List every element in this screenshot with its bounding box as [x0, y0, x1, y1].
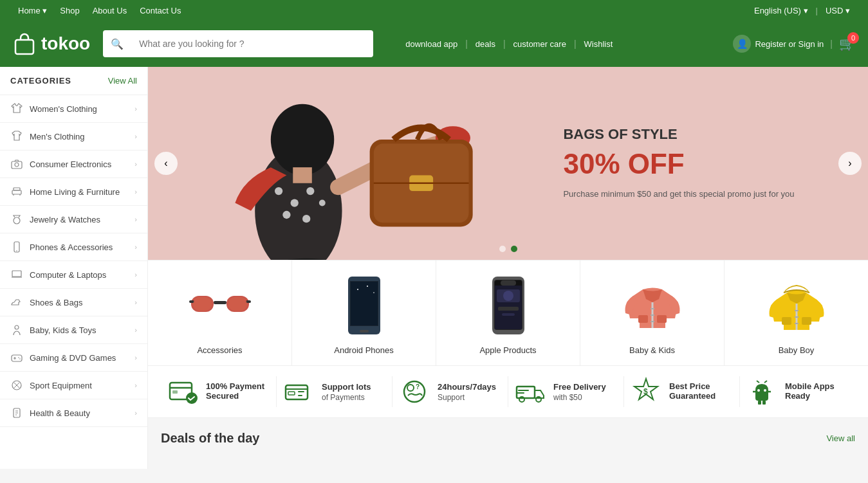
womens-clothing-arrow: ›	[134, 105, 137, 113]
support-payments-text: Support lots of Payments	[322, 382, 371, 402]
gaming-arrow: ›	[134, 354, 137, 361]
baby-label: Baby, Kids & Toys	[30, 325, 128, 335]
svg-line-85	[764, 381, 767, 383]
sport-icon	[10, 379, 23, 392]
sidebar-item-health[interactable]: Health & Beauty ›	[0, 399, 147, 427]
slider-dot-2[interactable]	[511, 246, 517, 252]
svg-text:$: $	[643, 387, 648, 396]
svg-point-83	[764, 389, 766, 392]
svg-rect-0	[15, 40, 33, 54]
android-image	[332, 273, 396, 338]
svg-rect-36	[193, 297, 212, 311]
sidebar-item-baby[interactable]: Baby, Kids & Toys ›	[0, 316, 147, 344]
hero-slider: ‹	[148, 67, 868, 260]
sidebar-item-sport[interactable]: Sport Equipment ›	[0, 372, 147, 399]
currency-selector[interactable]: USD ▾	[820, 6, 855, 15]
site-logo[interactable]: tokoo	[13, 32, 90, 55]
home-furniture-label: Home Living & Furniture	[30, 187, 128, 197]
sport-arrow: ›	[134, 381, 137, 389]
svg-rect-70	[172, 390, 178, 394]
sidebar-title: CATEGORIES	[10, 76, 71, 86]
svg-rect-33	[214, 301, 226, 304]
register-signin-button[interactable]: 👤 Register or Sign in	[733, 35, 824, 53]
slider-prev-button[interactable]: ‹	[154, 152, 178, 175]
phones-arrow: ›	[134, 243, 137, 251]
shoes-label: Shoes & Bags	[30, 298, 128, 307]
search-icon-button[interactable]: 🔍	[103, 38, 131, 50]
search-input[interactable]	[131, 39, 373, 49]
svg-rect-37	[228, 297, 247, 311]
247-support-icon: ?	[399, 376, 430, 407]
category-card-apple[interactable]: Apple Products	[436, 260, 580, 365]
nav-contact[interactable]: Contact Us	[134, 6, 186, 15]
nav-home[interactable]: Home ▾	[13, 6, 52, 15]
jewelry-icon	[10, 213, 23, 226]
payment-secured-icon	[167, 376, 198, 407]
support-payments-icon	[283, 376, 314, 407]
gaming-label: Gaming & DVD Games	[30, 353, 128, 363]
category-card-android[interactable]: Android Phones	[292, 260, 436, 365]
sidebar-item-phones[interactable]: Phones & Accessories ›	[0, 233, 147, 261]
sidebar-item-computers[interactable]: Computer & Laptops ›	[0, 261, 147, 289]
svg-point-21	[282, 211, 290, 219]
category-card-accessories[interactable]: Accessories	[148, 260, 292, 365]
nav-about[interactable]: About Us	[88, 6, 132, 15]
hero-image	[148, 67, 544, 260]
mobile-apps-text: Mobile Apps Ready	[785, 381, 849, 402]
nav-shop[interactable]: Shop	[55, 6, 84, 15]
cart-button[interactable]: 🛒 0	[839, 36, 855, 51]
android-phone-icon	[345, 273, 383, 338]
jewelry-label: Jewelry & Watches	[30, 215, 128, 224]
svg-point-23	[319, 200, 326, 206]
slider-dots	[499, 246, 517, 252]
feature-payment-secured: 100% Payment Secured	[161, 376, 277, 407]
mobile-apps-icon	[746, 376, 777, 407]
wishlist-link[interactable]: Wishlist	[578, 39, 620, 49]
slider-next-button[interactable]: ›	[838, 152, 862, 175]
sidebar-item-womens-clothing[interactable]: Women's Clothing ›	[0, 95, 147, 123]
category-card-baby-kids[interactable]: Baby & Kids	[580, 260, 725, 365]
svg-rect-67	[802, 317, 811, 325]
svg-point-74	[404, 381, 425, 402]
sidebar-item-shoes[interactable]: Shoes & Bags ›	[0, 289, 147, 316]
sidebar-item-consumer-electronics[interactable]: Consumer Electronics ›	[0, 150, 147, 178]
yellow-jacket-icon	[764, 273, 829, 338]
svg-point-9	[15, 325, 19, 329]
sidebar-item-home-furniture[interactable]: Home Living & Furniture ›	[0, 178, 147, 206]
deals-link[interactable]: deals	[469, 39, 502, 49]
category-card-baby-boy[interactable]: Baby Boy	[725, 260, 868, 365]
svg-rect-41	[351, 282, 378, 301]
deals-view-all-link[interactable]: View all	[826, 433, 855, 443]
android-label: Android Phones	[334, 345, 394, 355]
slider-dot-1[interactable]	[499, 246, 506, 252]
svg-rect-66	[782, 317, 791, 325]
svg-rect-4	[14, 188, 20, 190]
jewelry-arrow: ›	[134, 215, 137, 223]
svg-rect-72	[286, 385, 308, 399]
view-all-categories-link[interactable]: View All	[108, 76, 137, 86]
camera-icon	[10, 158, 23, 170]
sep2: |	[503, 39, 506, 49]
baby-kids-label: Baby & Kids	[629, 345, 675, 355]
womens-clothing-label: Women's Clothing	[30, 104, 128, 114]
svg-rect-8	[12, 271, 21, 277]
svg-point-82	[757, 389, 760, 392]
feature-247-support: ? 24hours/7days Support	[392, 376, 508, 407]
sidebar-item-gaming[interactable]: Gaming & DVD Games ›	[0, 344, 147, 372]
sidebar-item-mens-clothing[interactable]: Men's Clothing ›	[0, 123, 147, 150]
user-avatar-icon: 👤	[733, 35, 751, 53]
download-app-link[interactable]: download app	[399, 39, 464, 49]
hero-discount: 30% OFF	[563, 148, 849, 180]
health-arrow: ›	[134, 409, 137, 417]
sidebar-item-jewelry[interactable]: Jewelry & Watches ›	[0, 206, 147, 233]
computers-label: Computer & Laptops	[30, 270, 128, 280]
customer-care-link[interactable]: customer care	[507, 39, 573, 49]
svg-rect-10	[12, 355, 22, 361]
language-selector[interactable]: English (US) ▾	[749, 6, 813, 15]
sidebar-header: CATEGORIES View All	[0, 67, 147, 95]
search-bar[interactable]: 🔍	[103, 30, 373, 57]
hero-slide-bags: ‹	[148, 67, 868, 260]
svg-point-2	[15, 163, 19, 167]
top-nav-right: English (US) ▾ | USD ▾	[749, 6, 855, 15]
feature-strip: 100% Payment Secured Support lots of Pay…	[148, 365, 868, 418]
